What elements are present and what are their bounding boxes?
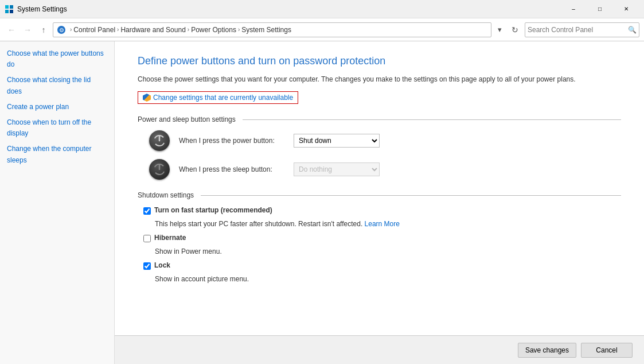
fast-startup-description: This helps start your PC faster after sh… (138, 219, 621, 229)
app-icon (5, 5, 14, 14)
hibernate-label[interactable]: Hibernate (154, 234, 186, 242)
breadcrumb-hardware[interactable]: Hardware and Sound (120, 26, 185, 34)
lock-checkbox[interactable] (143, 262, 151, 270)
power-button-label: When I press the power button: (179, 137, 294, 145)
cancel-button[interactable]: Cancel (581, 343, 633, 358)
fast-startup-label[interactable]: Turn on fast startup (recommended) (154, 206, 272, 214)
sleep-symbol-svg (153, 163, 166, 176)
hibernate-checkbox[interactable] (143, 235, 151, 242)
svg-text:⚙: ⚙ (59, 27, 64, 33)
breadcrumb-power-options[interactable]: Power Options (191, 26, 236, 34)
shutdown-section: Shutdown settings Turn on fast startup (… (138, 191, 621, 284)
breadcrumb-control-panel[interactable]: Control Panel (73, 26, 115, 34)
nav-create-power-plan[interactable]: Create a power plan (0, 99, 114, 115)
title-bar: System Settings – □ ✕ (0, 0, 644, 18)
hibernate-checkbox-row: Hibernate (138, 234, 621, 242)
nav-choose-sleep[interactable]: Choose when to turn off the display (0, 115, 114, 141)
window-title: System Settings (17, 5, 560, 13)
change-settings-link[interactable]: Change settings that are currently unava… (138, 91, 298, 104)
save-changes-button[interactable]: Save changes (518, 343, 576, 358)
maximize-button[interactable]: □ (587, 0, 613, 18)
nav-choose-close-lid[interactable]: Choose what closing the lid does (0, 72, 114, 99)
address-bar: ← → ↑ ⚙ › Control Panel › Hardware and S… (0, 18, 644, 41)
page-title: Define power buttons and turn on passwor… (138, 55, 621, 67)
search-input[interactable] (528, 26, 628, 34)
lock-label[interactable]: Lock (154, 261, 170, 269)
lock-description: Show in account picture menu. (138, 274, 621, 284)
forward-button[interactable]: → (21, 23, 34, 37)
content-area: Define power buttons and turn on passwor… (115, 41, 644, 364)
breadcrumb-icon: ⚙ (57, 25, 66, 34)
description: Choose the power settings that you want … (138, 74, 621, 84)
power-sleep-section-header: Power and sleep button settings (138, 115, 621, 123)
search-box: 🔍 (525, 22, 639, 37)
lock-checkbox-row: Lock (138, 261, 621, 270)
sleep-button-row: When I press the sleep button: Do nothin… (138, 159, 621, 180)
power-button-icon (149, 130, 170, 151)
fast-startup-checkbox-row: Turn on fast startup (recommended) (138, 206, 621, 215)
refresh-button[interactable]: ↻ (508, 22, 522, 37)
svg-rect-0 (5, 5, 9, 9)
svg-rect-2 (5, 10, 9, 13)
back-button[interactable]: ← (5, 23, 18, 37)
breadcrumb-system-settings[interactable]: System Settings (241, 26, 291, 34)
power-symbol-svg (153, 134, 166, 147)
left-nav: Choose what the power buttons do Choose … (0, 41, 115, 364)
learn-more-link[interactable]: Learn More (365, 220, 400, 228)
power-button-dropdown[interactable]: Do nothing Sleep Hibernate Shut down Tur… (294, 134, 380, 148)
breadcrumb-bar: ⚙ › Control Panel › Hardware and Sound ›… (53, 22, 491, 37)
main-layout: Choose what the power buttons do Choose … (0, 41, 644, 364)
nav-choose-power-plan[interactable]: Choose what the power buttons do (0, 46, 114, 72)
uac-shield-icon (143, 94, 151, 102)
shutdown-section-header: Shutdown settings (138, 191, 621, 199)
hibernate-description: Show in Power menu. (138, 247, 621, 257)
svg-rect-1 (10, 5, 13, 9)
up-button[interactable]: ↑ (37, 23, 50, 37)
sleep-button-icon (149, 159, 170, 180)
nav-change-sleep[interactable]: Change when the computer sleeps (0, 141, 114, 168)
change-settings-label: Change settings that are currently unava… (153, 94, 293, 102)
sleep-button-dropdown[interactable]: Do nothing Sleep (294, 162, 380, 176)
fast-startup-checkbox[interactable] (143, 207, 151, 215)
bottom-bar: Save changes Cancel (115, 335, 644, 364)
breadcrumb-dropdown-button[interactable]: ▾ (494, 22, 505, 37)
search-icon: 🔍 (628, 26, 637, 34)
minimize-button[interactable]: – (560, 0, 587, 18)
close-button[interactable]: ✕ (613, 0, 639, 18)
svg-rect-3 (10, 10, 13, 13)
sleep-button-label: When I press the sleep button: (179, 165, 294, 173)
power-button-row: When I press the power button: Do nothin… (138, 130, 621, 151)
window-controls: – □ ✕ (560, 0, 639, 18)
